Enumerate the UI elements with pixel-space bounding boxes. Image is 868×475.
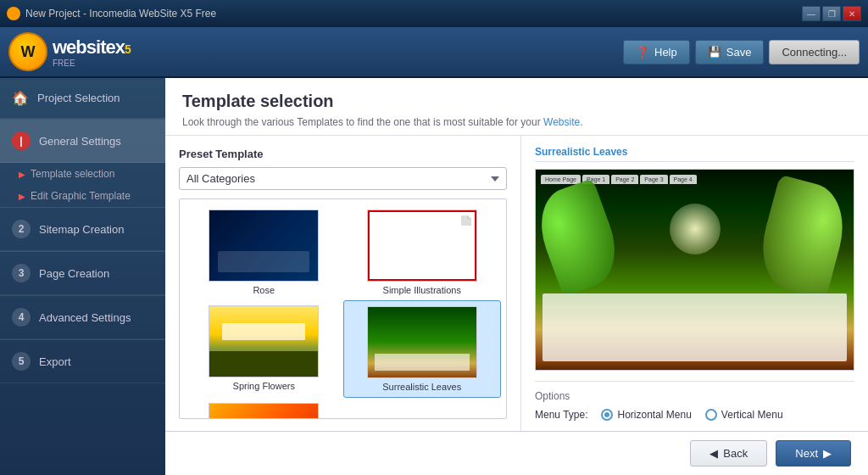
- app-icon: [7, 7, 20, 20]
- preset-label: Preset Template: [179, 148, 507, 160]
- template-thumb-spring: [209, 305, 319, 377]
- sidebar-item-page-creation[interactable]: 3 Page Creation: [0, 252, 165, 295]
- template-thumb-extra-1: [209, 403, 319, 419]
- menu-type-label: Menu Type:: [535, 409, 587, 421]
- template-grid-wrapper[interactable]: Rose Simple Illustrations: [179, 198, 507, 419]
- preview-tab-3: Page 3: [640, 175, 667, 184]
- home-icon: 🏠: [12, 90, 29, 106]
- logo-icon: W: [8, 32, 47, 71]
- logo-text: websitex5 FREE: [53, 36, 131, 68]
- step-indicator: |: [12, 131, 31, 150]
- sidebar-item-project-selection[interactable]: 🏠 Project Selection: [0, 78, 165, 119]
- template-item-simple-illustrations[interactable]: Simple Illustrations: [343, 204, 502, 300]
- page-description: Look through the various Templates to fi…: [182, 116, 851, 128]
- bottom-bar: ◀ Back Next ▶: [165, 431, 868, 475]
- next-arrow-icon: ▶: [823, 447, 832, 460]
- help-button[interactable]: ❓ Help: [623, 40, 690, 64]
- template-thumb-surrealistic: [367, 306, 477, 378]
- preview-content-area: [542, 293, 847, 361]
- radio-horizontal-dot: [601, 409, 613, 421]
- template-item-surrealistic-leaves[interactable]: Surrealistic Leaves: [343, 300, 502, 398]
- leaf-left-decoration: [535, 178, 627, 297]
- template-item-spring-flowers[interactable]: Spring Flowers: [185, 300, 343, 398]
- save-button[interactable]: 💾 Save: [695, 40, 765, 64]
- preview-title: Surrealistic Leaves: [535, 146, 854, 162]
- logo: W websitex5 FREE: [8, 32, 131, 71]
- title-bar: New Project - Incomedia WebSite X5 Free …: [0, 0, 868, 27]
- template-name-spring: Spring Flowers: [190, 381, 338, 391]
- arrow-icon-2: ▶: [19, 192, 25, 201]
- content-header: Template selection Look through the vari…: [165, 78, 868, 136]
- sidebar-item-general-settings[interactable]: | General Settings: [0, 120, 165, 163]
- template-name-rose: Rose: [190, 285, 338, 295]
- step-num-2: 2: [12, 220, 31, 238]
- website-link: Website: [543, 116, 580, 128]
- template-item-rose[interactable]: Rose: [185, 204, 343, 300]
- leaf-right-decoration: [752, 175, 854, 301]
- step-num-5: 5: [12, 352, 31, 371]
- preview-tab-2: Page 2: [611, 175, 638, 184]
- page-title: Template selection: [182, 92, 851, 111]
- sidebar-sub-template-selection[interactable]: ▶ Template selection: [0, 163, 165, 185]
- template-name-surrealistic: Surrealistic Leaves: [349, 382, 496, 392]
- window-controls: — ❐ ✕: [802, 6, 861, 21]
- main-layout: 🏠 Project Selection | General Settings ▶…: [0, 78, 868, 475]
- glow-decoration: [670, 204, 721, 254]
- connecting-button[interactable]: Connecting...: [769, 40, 860, 64]
- preview-tab-4: Page 4: [670, 175, 697, 184]
- step-num-3: 3: [12, 264, 31, 282]
- close-button[interactable]: ✕: [843, 6, 861, 21]
- window-title: New Project - Incomedia WebSite X5 Free: [25, 8, 802, 20]
- minimize-button[interactable]: —: [802, 6, 821, 21]
- back-arrow-icon: ◀: [709, 447, 718, 460]
- template-thumb-rose: [209, 210, 319, 282]
- preview-panel: Surrealistic Leaves Home Page Page 1 Pag…: [521, 136, 868, 431]
- radio-vertical-dot: [705, 409, 717, 421]
- maximize-button[interactable]: ❐: [822, 6, 841, 21]
- template-grid: Rose Simple Illustrations: [180, 199, 506, 419]
- content-inner: Template selection Look through the vari…: [165, 78, 868, 475]
- sidebar-item-export[interactable]: 5 Export: [0, 340, 165, 383]
- radio-vertical[interactable]: Vertical Menu: [705, 409, 783, 421]
- sidebar-item-advanced-settings[interactable]: 4 Advanced Settings: [0, 296, 165, 339]
- preview-image: Home Page Page 1 Page 2 Page 3 Page 4: [535, 169, 854, 371]
- content-area: Template selection Look through the vari…: [165, 78, 868, 475]
- options-section: Options Menu Type: Horizontal Menu Verti…: [535, 381, 854, 421]
- save-icon: 💾: [708, 46, 721, 59]
- template-thumb-simple: [367, 210, 477, 282]
- next-button[interactable]: Next ▶: [776, 440, 851, 467]
- radio-horizontal[interactable]: Horizontal Menu: [601, 409, 691, 421]
- sidebar-item-sitemap-creation[interactable]: 2 Sitemap Creation: [0, 208, 165, 251]
- options-title: Options: [535, 390, 854, 402]
- template-item-extra-1[interactable]: Autumn: [185, 398, 343, 419]
- help-icon: ❓: [636, 46, 649, 59]
- back-button[interactable]: ◀ Back: [690, 440, 767, 467]
- category-select[interactable]: All Categories Business Personal Portfol…: [179, 167, 507, 190]
- sidebar: 🏠 Project Selection | General Settings ▶…: [0, 78, 165, 475]
- template-panel: Preset Template All Categories Business …: [165, 136, 521, 431]
- sidebar-sub-edit-graphic-template[interactable]: ▶ Edit Graphic Template: [0, 185, 165, 207]
- arrow-icon-1: ▶: [19, 170, 25, 179]
- toolbar: W websitex5 FREE ❓ Help 💾 Save Connectin…: [0, 27, 868, 78]
- content-body: Preset Template All Categories Business …: [165, 136, 868, 431]
- preview-tab-home: Home Page: [541, 175, 581, 184]
- template-name-simple: Simple Illustrations: [348, 285, 497, 295]
- menu-type-row: Menu Type: Horizontal Menu Vertical Menu: [535, 409, 854, 421]
- step-num-4: 4: [12, 308, 31, 327]
